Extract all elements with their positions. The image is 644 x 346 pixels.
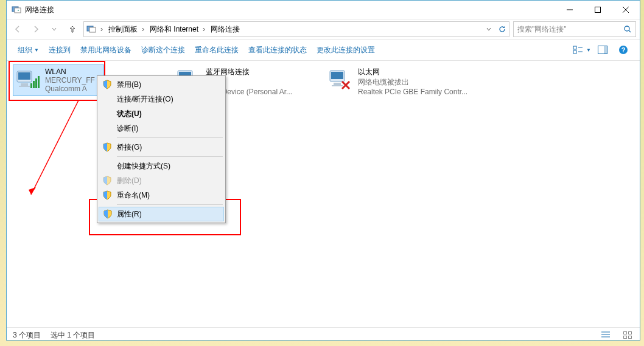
svg-marker-38 (29, 187, 36, 195)
svg-point-2 (18, 10, 19, 11)
svg-rect-12 (573, 50, 576, 54)
svg-rect-23 (30, 83, 32, 88)
menu-properties[interactable]: 属性(R) (99, 207, 224, 221)
shield-icon (102, 190, 112, 200)
details-view-button[interactable] (600, 330, 612, 340)
view-status-button[interactable]: 查看此连接的状态 (243, 43, 312, 57)
change-settings-button[interactable]: 更改此连接的设置 (312, 43, 380, 57)
minimize-button[interactable] (556, 1, 584, 19)
connection-device: Qualcomm A (45, 85, 95, 93)
svg-rect-42 (624, 332, 627, 334)
search-button[interactable] (620, 22, 635, 36)
organize-button[interactable]: 组织▼ (13, 43, 44, 57)
up-button[interactable] (65, 22, 80, 36)
search-box[interactable] (513, 21, 636, 37)
connection-status: MERCURY_FF (45, 76, 95, 85)
shield-icon (103, 209, 113, 219)
menu-bridge[interactable]: 桥接(G) (99, 140, 224, 154)
menu-separator (117, 204, 223, 205)
address-row: › 控制面板 › 网络和 Internet › 网络连接 (7, 19, 640, 40)
menu-separator (117, 137, 223, 138)
menu-status[interactable]: 状态(U) (99, 106, 224, 121)
svg-rect-32 (331, 72, 343, 79)
network-adapter-icon (329, 67, 353, 91)
titlebar: 网络连接 (7, 1, 640, 19)
item-count: 3 个项目 (13, 330, 41, 341)
menu-rename[interactable]: 重命名(M) (99, 188, 224, 202)
view-options-button[interactable]: ▼ (572, 43, 592, 57)
chevron-right-icon[interactable]: › (201, 25, 207, 33)
disable-device-button[interactable]: 禁用此网络设备 (75, 43, 136, 57)
svg-rect-16 (604, 46, 607, 54)
status-bar: 3 个项目 选中 1 个项目 (7, 327, 640, 342)
control-panel-icon (86, 24, 96, 34)
svg-line-37 (31, 100, 79, 195)
search-input[interactable] (514, 25, 620, 33)
chevron-right-icon[interactable]: › (99, 25, 105, 33)
shield-icon (102, 80, 112, 89)
menu-separator (117, 156, 223, 157)
svg-rect-20 (18, 72, 30, 80)
connection-ethernet[interactable]: 以太网 网络电缆被拔出 Realtek PCIe GBE Family Cont… (326, 64, 483, 99)
diagnose-button[interactable]: 诊断这个连接 (136, 43, 190, 57)
forward-button[interactable] (29, 22, 43, 36)
svg-rect-25 (35, 78, 37, 88)
app-icon (12, 5, 21, 15)
refresh-button[interactable] (495, 22, 509, 36)
connect-to-button[interactable]: 连接到 (44, 43, 75, 57)
svg-text:?: ? (621, 46, 626, 54)
connection-name: WLAN (45, 67, 95, 76)
connection-device: Realtek PCIe GBE Family Contr... (358, 88, 467, 96)
connection-status: 网络电缆被拔出 (358, 77, 467, 88)
svg-rect-11 (573, 46, 576, 49)
menu-diagnose[interactable]: 诊断(I) (99, 121, 224, 136)
network-adapter-icon (16, 67, 40, 92)
context-menu: 禁用(B) 连接/断开连接(O) 状态(U) 诊断(I) 桥接(G) 创建快捷方… (97, 75, 226, 223)
help-button[interactable]: ? (613, 43, 634, 57)
recent-dropdown[interactable] (47, 22, 61, 36)
breadcrumb-segment[interactable]: 网络和 Internet (146, 22, 201, 36)
address-dropdown-button[interactable] (482, 22, 495, 36)
shield-icon (102, 142, 112, 152)
svg-rect-26 (38, 76, 40, 88)
network-connections-window: 网络连接 › 控制面板 › 网络和 Internet › 网络连接 (6, 0, 640, 341)
rename-button[interactable]: 重命名此连接 (190, 43, 243, 57)
command-bar: 组织▼ 连接到 禁用此网络设备 诊断这个连接 重命名此连接 查看此连接的状态 更… (7, 40, 640, 61)
svg-rect-24 (33, 81, 35, 88)
breadcrumb-label: 控制面板 (108, 24, 138, 35)
address-bar[interactable]: › 控制面板 › 网络和 Internet › 网络连接 (83, 21, 509, 37)
shield-icon (102, 176, 112, 185)
connection-name: 以太网 (358, 67, 467, 77)
annotation-arrow (18, 97, 91, 207)
svg-rect-22 (19, 86, 30, 87)
svg-rect-34 (332, 85, 343, 86)
maximize-button[interactable] (584, 1, 612, 19)
svg-rect-33 (334, 83, 341, 85)
menu-delete: 删除(D) (99, 173, 224, 188)
close-button[interactable] (612, 1, 640, 19)
svg-rect-21 (21, 83, 28, 86)
menu-create-shortcut[interactable]: 创建快捷方式(S) (99, 159, 224, 173)
window-title: 网络连接 (25, 5, 54, 15)
chevron-right-icon[interactable]: › (140, 25, 146, 33)
svg-rect-4 (595, 7, 601, 13)
selected-count: 选中 1 个项目 (51, 330, 95, 341)
svg-rect-8 (89, 27, 96, 32)
breadcrumb-segment[interactable]: 控制面板 (105, 22, 140, 36)
svg-line-10 (629, 30, 631, 32)
svg-rect-43 (629, 332, 632, 334)
svg-rect-44 (624, 336, 627, 339)
preview-pane-button[interactable] (592, 43, 613, 57)
content-area[interactable]: WLAN MERCURY_FF Qualcomm A 蓝牙网络连接 接 ooth… (7, 61, 640, 327)
menu-connect-disconnect[interactable]: 连接/断开连接(O) (99, 92, 224, 106)
breadcrumb-segment[interactable]: 网络连接 (207, 22, 242, 36)
connection-wlan[interactable]: WLAN MERCURY_FF Qualcomm A (13, 64, 104, 96)
svg-rect-45 (629, 336, 632, 339)
svg-point-9 (625, 26, 629, 31)
large-icons-view-button[interactable] (621, 330, 634, 340)
breadcrumb-label: 网络连接 (211, 24, 240, 35)
back-button[interactable] (10, 22, 25, 36)
breadcrumb-label: 网络和 Internet (150, 24, 198, 35)
menu-disable[interactable]: 禁用(B) (99, 77, 224, 92)
